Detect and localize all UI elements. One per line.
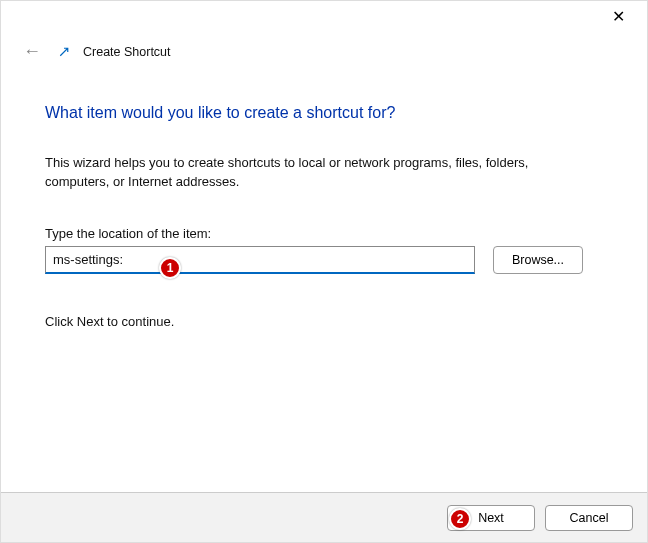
browse-button[interactable]: Browse...: [493, 246, 583, 274]
titlebar: ✕: [1, 1, 647, 33]
cancel-button[interactable]: Cancel: [545, 505, 633, 531]
content-area: What item would you like to create a sho…: [1, 64, 647, 329]
location-row: Browse...: [45, 246, 603, 274]
page-heading: What item would you like to create a sho…: [45, 104, 603, 122]
shortcut-icon: [57, 45, 71, 59]
wizard-description: This wizard helps you to create shortcut…: [45, 154, 565, 192]
location-input[interactable]: [45, 246, 475, 274]
footer-bar: Next Cancel: [1, 492, 647, 542]
header-row: ← Create Shortcut: [1, 33, 647, 64]
close-icon[interactable]: ✕: [602, 5, 635, 29]
window-title: Create Shortcut: [83, 45, 171, 59]
back-arrow-icon[interactable]: ←: [19, 39, 45, 64]
location-label: Type the location of the item:: [45, 226, 603, 241]
continue-instruction: Click Next to continue.: [45, 314, 603, 329]
annotation-marker-1: 1: [159, 257, 181, 279]
annotation-marker-2: 2: [449, 508, 471, 530]
